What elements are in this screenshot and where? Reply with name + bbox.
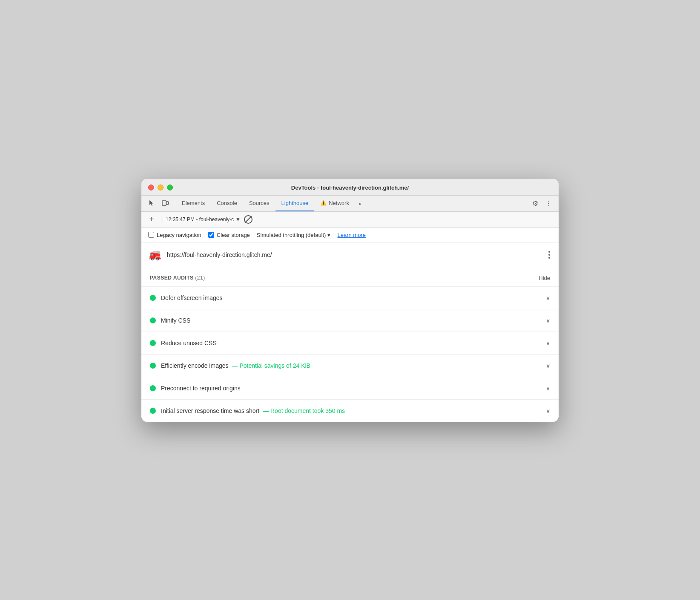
- audit-label: Preconnect to required origins: [161, 385, 541, 392]
- session-dropdown[interactable]: ▼: [235, 216, 241, 222]
- audits-section: PASSED AUDITS (21) Hide Defer offscreen …: [141, 267, 559, 422]
- title-bar: DevTools - foul-heavenly-direction.glitc…: [141, 179, 559, 196]
- chevron-down-icon[interactable]: ∨: [546, 385, 550, 392]
- audit-label: Reduce unused CSS: [161, 340, 541, 346]
- audit-pass-indicator: [150, 317, 156, 323]
- audit-item-defer-offscreen[interactable]: Defer offscreen images ∨: [141, 287, 559, 309]
- more-options-icon[interactable]: ⋮: [542, 196, 555, 211]
- lighthouse-logo-icon: 🚒: [148, 248, 162, 262]
- audits-count: (21): [195, 275, 205, 281]
- clear-storage-input[interactable]: [208, 232, 214, 238]
- audit-pass-indicator: [150, 295, 156, 301]
- close-button[interactable]: [148, 185, 154, 190]
- audit-savings: — Potential savings of 24 KiB: [232, 362, 310, 369]
- legacy-navigation-input[interactable]: [148, 232, 154, 238]
- device-icon[interactable]: [158, 196, 172, 211]
- dot-3: [548, 257, 550, 259]
- cursor-icon[interactable]: [145, 196, 158, 211]
- audit-item-efficiently-encode[interactable]: Efficiently encode images — Potential sa…: [141, 355, 559, 377]
- tab-sources[interactable]: Sources: [243, 196, 275, 211]
- hide-audits-button[interactable]: Hide: [539, 275, 550, 281]
- tab-more[interactable]: »: [355, 196, 365, 211]
- settings-gear-icon[interactable]: ⚙: [529, 196, 542, 211]
- audit-item-reduce-unused-css[interactable]: Reduce unused CSS ∨: [141, 332, 559, 355]
- audit-items-list: Defer offscreen images ∨ Minify CSS ∨ Re…: [141, 287, 559, 422]
- maximize-button[interactable]: [167, 185, 173, 190]
- toolbar-row: + 12:35:47 PM - foul-heavenly-c ▼: [141, 212, 559, 228]
- svg-rect-1: [166, 202, 169, 205]
- tab-separator-1: [174, 199, 174, 208]
- traffic-lights: [148, 185, 173, 190]
- url-display: https://foul-heavenly-direction.glitch.m…: [167, 251, 542, 258]
- svg-rect-0: [162, 201, 166, 205]
- audit-item-preconnect[interactable]: Preconnect to required origins ∨: [141, 377, 559, 400]
- audit-pass-indicator: [150, 340, 156, 346]
- throttling-label: Simulated throttling (default) ▾: [257, 232, 331, 238]
- chevron-down-icon[interactable]: ∨: [546, 407, 550, 414]
- audit-label: Initial server response time was short —…: [161, 407, 541, 414]
- audit-pass-indicator: [150, 363, 156, 369]
- audit-label: Efficiently encode images — Potential sa…: [161, 362, 541, 369]
- devtools-window: DevTools - foul-heavenly-direction.glitc…: [141, 179, 559, 422]
- warning-icon: ⚠️: [320, 200, 327, 206]
- url-more-options-button[interactable]: [547, 249, 552, 260]
- minimize-button[interactable]: [158, 185, 164, 190]
- dot-1: [548, 251, 550, 253]
- audit-pass-indicator: [150, 385, 156, 391]
- audit-label: Defer offscreen images: [161, 294, 541, 301]
- clear-storage-checkbox[interactable]: Clear storage: [208, 232, 250, 238]
- devtools-tabs: Elements Console Sources Lighthouse ⚠️ N…: [141, 196, 559, 212]
- legacy-navigation-checkbox[interactable]: Legacy navigation: [148, 232, 201, 238]
- learn-more-link[interactable]: Learn more: [337, 232, 365, 238]
- add-tab-button[interactable]: +: [146, 214, 157, 225]
- session-label: 12:35:47 PM - foul-heavenly-c ▼: [166, 216, 241, 222]
- audit-pass-indicator: [150, 408, 156, 414]
- chevron-down-icon[interactable]: ∨: [546, 340, 550, 346]
- audits-title: PASSED AUDITS (21): [150, 275, 205, 281]
- audit-savings: — Root document took 350 ms: [263, 407, 345, 414]
- chevron-down-icon[interactable]: ∨: [546, 294, 550, 301]
- audits-header: PASSED AUDITS (21) Hide: [141, 267, 559, 287]
- tab-network[interactable]: ⚠️ Network: [314, 196, 355, 211]
- window-title: DevTools - foul-heavenly-direction.glitc…: [291, 185, 409, 191]
- toolbar-separator: [161, 216, 161, 223]
- tab-lighthouse[interactable]: Lighthouse: [275, 196, 315, 211]
- block-requests-button[interactable]: [244, 215, 252, 224]
- dot-2: [548, 254, 550, 256]
- audit-item-minify-css[interactable]: Minify CSS ∨: [141, 309, 559, 332]
- audit-label: Minify CSS: [161, 317, 541, 324]
- chevron-down-icon[interactable]: ∨: [546, 362, 550, 369]
- chevron-down-icon[interactable]: ∨: [546, 317, 550, 324]
- tab-elements[interactable]: Elements: [176, 196, 211, 211]
- options-row: Legacy navigation Clear storage Simulate…: [141, 228, 559, 243]
- url-bar: 🚒 https://foul-heavenly-direction.glitch…: [141, 243, 559, 267]
- audit-item-server-response[interactable]: Initial server response time was short —…: [141, 400, 559, 422]
- throttling-dropdown-icon[interactable]: ▾: [327, 232, 330, 238]
- tab-console[interactable]: Console: [211, 196, 243, 211]
